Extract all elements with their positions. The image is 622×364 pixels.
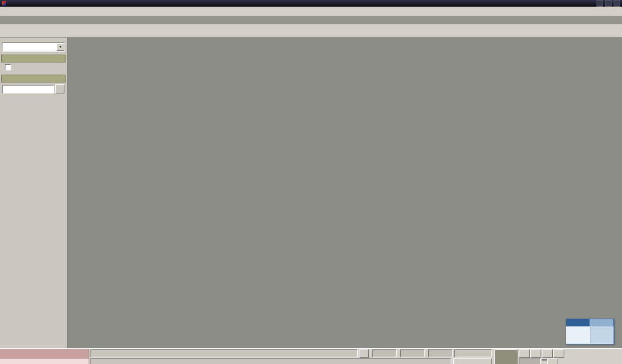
go-to-start-button[interactable] — [519, 349, 530, 358]
object-class-dropdown[interactable]: ▼ — [2, 42, 65, 52]
status-right — [493, 349, 622, 364]
network-overlay-panel[interactable] — [566, 318, 614, 345]
perspective-viewport[interactable] — [67, 38, 622, 348]
time-controls — [519, 349, 564, 364]
status-main — [89, 349, 493, 364]
animate-button[interactable] — [494, 349, 518, 364]
y-coordinate-field[interactable] — [400, 349, 425, 357]
menu-bar — [0, 7, 622, 16]
go-to-end-button[interactable] — [553, 349, 564, 358]
frame-spinner[interactable] — [541, 359, 547, 364]
z-coordinate-field[interactable] — [428, 349, 453, 357]
main-area: ▼ — [0, 38, 622, 348]
close-button[interactable] — [613, 0, 620, 7]
viewport-canvas[interactable] — [67, 38, 622, 348]
status-bar — [0, 348, 622, 364]
autogrid-checkbox[interactable] — [5, 64, 11, 70]
chevron-down-icon[interactable]: ▼ — [56, 43, 64, 51]
grid-size — [454, 349, 492, 357]
name-color-rollout-header[interactable] — [1, 75, 66, 83]
x-coordinate-field[interactable] — [372, 349, 397, 357]
current-frame-field[interactable] — [519, 359, 541, 364]
maxscript-mini-listener[interactable] — [0, 349, 89, 364]
object-color-swatch[interactable] — [55, 84, 64, 93]
maximize-button[interactable] — [605, 0, 612, 7]
tab-fichiers[interactable] — [566, 319, 590, 326]
minimize-button[interactable] — [596, 0, 603, 7]
listener-macro-recorder[interactable] — [0, 349, 89, 359]
toolbar-tab-bar — [0, 16, 622, 24]
previous-frame-button[interactable] — [530, 349, 541, 358]
overlay-body — [566, 326, 613, 343]
key-mode-icon[interactable] — [547, 359, 558, 364]
spinner-down-icon[interactable] — [541, 360, 547, 361]
titlebar[interactable] — [0, 0, 622, 7]
gmax-application-window: ▼ — [0, 0, 622, 364]
main-toolbar — [0, 24, 622, 38]
command-panel: ▼ — [0, 38, 67, 348]
object-type-rollout-header[interactable] — [1, 55, 66, 62]
overlay-column-left — [566, 326, 590, 343]
app-icon — [2, 1, 6, 5]
object-name-field[interactable] — [2, 85, 54, 93]
overlay-tabs — [566, 319, 613, 326]
listener-input[interactable] — [0, 359, 89, 364]
create-category-row — [0, 39, 67, 41]
overlay-column-right — [590, 326, 614, 343]
prompt-line — [91, 358, 451, 364]
add-time-tag-button[interactable] — [453, 358, 492, 364]
play-button[interactable] — [542, 349, 553, 358]
selection-lock-icon[interactable] — [360, 349, 369, 358]
tab-reseau[interactable] — [590, 319, 613, 326]
selection-status — [91, 349, 358, 357]
